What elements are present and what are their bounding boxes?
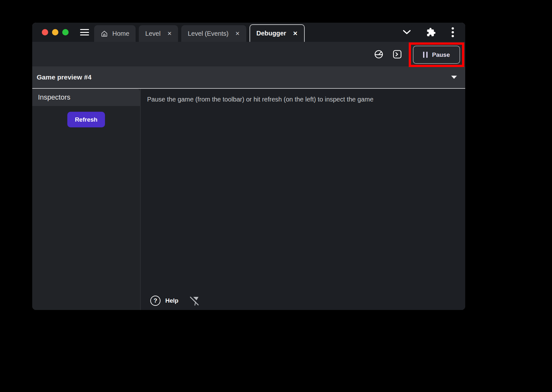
help-label[interactable]: Help [165, 297, 178, 304]
pause-icon [423, 52, 428, 58]
help-question-icon[interactable]: ? [150, 296, 160, 306]
pin-off-icon[interactable] [189, 295, 200, 306]
chevron-down-icon[interactable] [403, 30, 411, 35]
close-tab-icon[interactable]: ✕ [293, 30, 298, 37]
profiler-gauge-icon[interactable] [374, 49, 384, 59]
tab-debugger[interactable]: Debugger ✕ [250, 24, 305, 42]
refresh-button[interactable]: Refresh [67, 112, 105, 127]
game-preview-title: Game preview #4 [37, 73, 92, 81]
extensions-puzzle-icon[interactable] [426, 27, 436, 37]
close-window-button[interactable] [42, 29, 48, 35]
tab-label: Debugger [257, 30, 286, 37]
inspector-main-pane: Pause the game (from the toolbar) or hit… [141, 89, 465, 310]
close-tab-icon[interactable]: ✕ [167, 30, 172, 37]
tab-label: Level [145, 30, 160, 37]
pause-hint-message: Pause the game (from the toolbar) or hit… [141, 89, 465, 103]
debugger-content: Inspectors Refresh Pause the game (from … [32, 89, 465, 310]
help-row: ? Help [150, 295, 200, 306]
pause-button-label: Pause [432, 51, 450, 58]
tab-label: Home [112, 30, 129, 37]
minimize-window-button[interactable] [52, 29, 58, 35]
annotation-highlight-box: Pause [409, 42, 464, 67]
close-tab-icon[interactable]: ✕ [235, 30, 240, 37]
tab-level[interactable]: Level ✕ [139, 25, 178, 42]
console-icon[interactable] [392, 49, 402, 59]
kebab-menu-icon[interactable] [451, 27, 454, 38]
debugger-toolbar: Pause [32, 42, 465, 66]
inspectors-header: Inspectors [32, 89, 140, 106]
zoom-window-button[interactable] [62, 29, 69, 35]
window-controls [42, 29, 69, 35]
topbar-icons [403, 23, 454, 42]
pause-button[interactable]: Pause [413, 46, 460, 64]
caret-down-icon[interactable] [451, 76, 457, 79]
tab-home[interactable]: Home [94, 25, 136, 42]
hamburger-menu-icon[interactable] [80, 29, 89, 35]
app-window: Home Level ✕ Level (Events) ✕ Debugger ✕ [32, 23, 465, 310]
tab-level-events[interactable]: Level (Events) ✕ [181, 25, 246, 42]
game-preview-selector[interactable]: Game preview #4 [32, 66, 465, 88]
home-icon [101, 30, 108, 37]
tab-strip: Home Level ✕ Level (Events) ✕ Debugger ✕ [94, 23, 305, 42]
tab-bar: Home Level ✕ Level (Events) ✕ Debugger ✕ [32, 23, 465, 42]
inspectors-sidebar: Inspectors Refresh [32, 89, 140, 310]
tab-label: Level (Events) [188, 30, 228, 37]
inspectors-header-label: Inspectors [38, 93, 71, 102]
